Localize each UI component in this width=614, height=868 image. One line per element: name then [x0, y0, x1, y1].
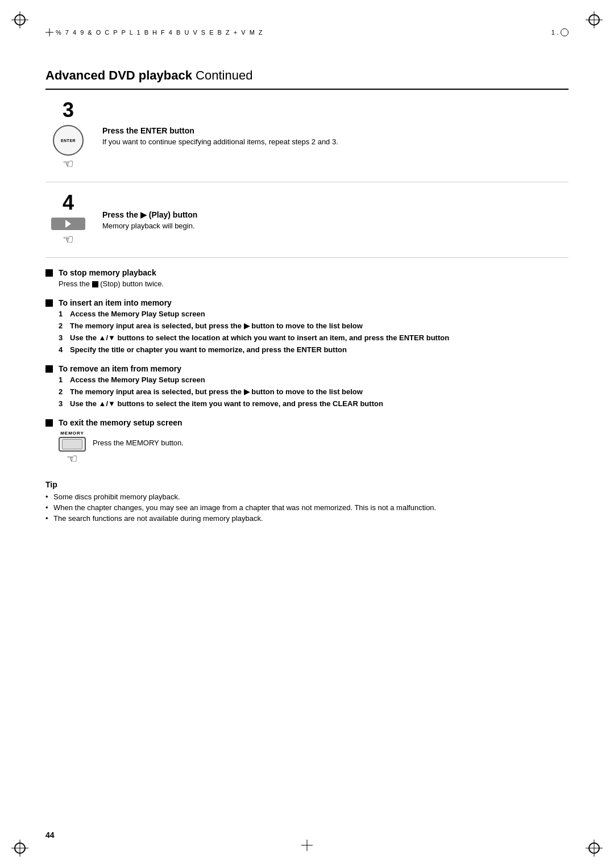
section-exit-header: To exit the memory setup screen: [45, 418, 569, 427]
step-row-4: 4 ☜ Press the ▶ (Play) button Memory pla…: [45, 182, 569, 258]
tip-item-3: The search functions are not available d…: [45, 514, 569, 523]
memory-btn-wrap: MEMORY ☜ Press the MEMORY button.: [59, 431, 569, 466]
stop-section-body: Press the (Stop) button twice.: [59, 279, 569, 288]
step-4-desc: Memory playback will begin.: [102, 222, 563, 230]
enter-button-icon: ENTER: [53, 125, 84, 156]
main-content: Advanced DVD playback Continued 3 ENTER …: [45, 68, 569, 523]
remove-item-1: 1Access the Memory Play Setup screen: [59, 375, 569, 384]
hand-icon-4: ☜: [45, 232, 91, 247]
exit-section-body: MEMORY ☜ Press the MEMORY button.: [59, 431, 569, 466]
header-strip: % 7 4 9 & O C P P L 1 B H F 4 B U V S E …: [45, 28, 569, 36]
step-4-number: 4: [45, 193, 91, 213]
step-4-icon-wrap: ☜: [45, 218, 91, 247]
corner-mark-tr: [586, 11, 603, 28]
corner-mark-bl: [11, 840, 28, 857]
remove-section-title: To remove an item from memory: [59, 364, 181, 373]
tip-item-2: When the chapter changes, you may see an…: [45, 503, 569, 512]
tip-title: Tip: [45, 480, 569, 489]
step-3-title: Press the ENTER button: [102, 126, 563, 135]
remove-item-2: 2The memory input area is selected, but …: [59, 387, 569, 396]
hand-icon-memory: ☜: [67, 452, 78, 466]
section-remove-memory: To remove an item from memory 1Access th…: [45, 364, 569, 408]
step-4-title: Press the ▶ (Play) button: [102, 210, 563, 219]
enter-label: ENTER: [61, 139, 76, 143]
section-insert-header: To insert an item into memory: [45, 298, 569, 307]
play-triangle: [65, 220, 71, 228]
exit-section-marker: [45, 419, 53, 427]
steps-table: 3 ENTER ☜ Press the ENTER button If you …: [45, 90, 569, 258]
step-3-content: Press the ENTER button If you want to co…: [97, 90, 569, 182]
step-3-number: 3: [45, 100, 91, 120]
page-number: 44: [45, 831, 55, 840]
stop-section-title: To stop memory playback: [59, 268, 156, 277]
page-title: Advanced DVD playback Continued: [45, 68, 569, 90]
section-insert-memory: To insert an item into memory 1Access th…: [45, 298, 569, 354]
step-3-icon-wrap: ENTER ☜: [45, 125, 91, 172]
insert-section-body: 1Access the Memory Play Setup screen 2Th…: [59, 310, 569, 354]
tip-item-1: Some discs prohibit memory playback.: [45, 493, 569, 501]
stop-section-text: Press the (Stop) button twice.: [59, 279, 569, 288]
corner-mark-br: [586, 840, 603, 857]
section-stop-header: To stop memory playback: [45, 268, 569, 277]
remove-section-body: 1Access the Memory Play Setup screen 2Th…: [59, 375, 569, 408]
step-4-content: Press the ▶ (Play) button Memory playbac…: [97, 182, 569, 258]
insert-section-marker: [45, 299, 53, 307]
title-regular: Continued: [192, 68, 252, 82]
tip-section: Tip Some discs prohibit memory playback.…: [45, 480, 569, 523]
corner-mark-tl: [11, 11, 28, 28]
insert-item-1: 1Access the Memory Play Setup screen: [59, 310, 569, 318]
memory-btn-inner: [62, 439, 82, 449]
exit-section-text: Press the MEMORY button.: [93, 431, 184, 447]
memory-button-icon: MEMORY ☜: [59, 431, 86, 466]
step-3-number-cell: 3 ENTER ☜: [45, 90, 97, 182]
play-button-icon: [51, 218, 85, 230]
exit-section-title: To exit the memory setup screen: [59, 418, 182, 427]
memory-btn-box: [59, 437, 86, 452]
stop-square-icon: [92, 281, 98, 287]
remove-section-marker: [45, 365, 53, 373]
page: % 7 4 9 & O C P P L 1 B H F 4 B U V S E …: [0, 0, 614, 868]
remove-sub-list: 1Access the Memory Play Setup screen 2Th…: [59, 375, 569, 408]
section-remove-header: To remove an item from memory: [45, 364, 569, 373]
section-exit-memory: To exit the memory setup screen MEMORY ☜…: [45, 418, 569, 466]
insert-item-2: 2The memory input area is selected, but …: [59, 322, 569, 330]
tip-list: Some discs prohibit memory playback. Whe…: [45, 493, 569, 523]
step-4-number-cell: 4 ☜: [45, 182, 97, 258]
section-stop-memory: To stop memory playback Press the (Stop)…: [45, 268, 569, 288]
insert-item-3: 3Use the ▲/▼ buttons to select the locat…: [59, 333, 569, 342]
header-crosshair: [45, 28, 53, 36]
header-code: % 7 4 9 & O C P P L 1 B H F 4 B U V S E …: [56, 29, 549, 36]
bottom-center-crosshair: [301, 840, 313, 851]
remove-item-3: 3Use the ▲/▼ buttons to select the item …: [59, 399, 569, 408]
hand-icon-3: ☜: [45, 157, 91, 172]
stop-section-marker: [45, 269, 53, 277]
step-row-3: 3 ENTER ☜ Press the ENTER button If you …: [45, 90, 569, 182]
insert-section-title: To insert an item into memory: [59, 298, 172, 307]
insert-item-4: 4Specify the title or chapter you want t…: [59, 345, 569, 354]
header-page: 1 .: [551, 29, 558, 36]
memory-label: MEMORY: [60, 431, 84, 436]
title-bold: Advanced DVD playback: [45, 68, 192, 82]
step-3-desc: If you want to continue specifying addit…: [102, 137, 563, 146]
insert-sub-list: 1Access the Memory Play Setup screen 2Th…: [59, 310, 569, 354]
header-circle: [561, 28, 569, 36]
